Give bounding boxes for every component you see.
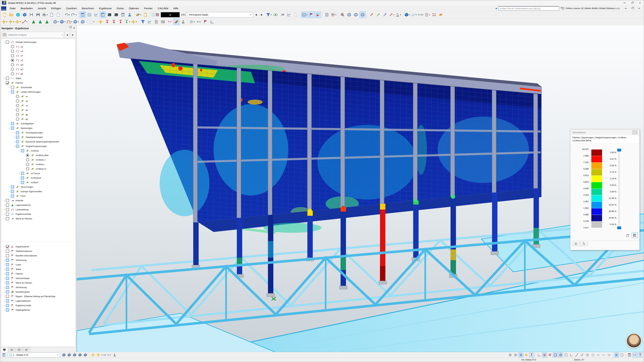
sections-button[interactable]: ▾ [424, 11, 430, 18]
checkbox[interactable] [21, 181, 24, 184]
checkbox[interactable] [6, 286, 9, 289]
view-x-button[interactable] [368, 11, 375, 18]
fea-render[interactable] [77, 25, 644, 352]
selection-box-button[interactable] [619, 353, 624, 358]
checkbox[interactable] [6, 263, 9, 266]
grid-points-button[interactable] [508, 353, 513, 358]
tree-item[interactable]: ›Hauptspannungen [1, 135, 75, 139]
load-wizard-button[interactable]: ▾ [131, 18, 137, 25]
tree-item[interactable]: ›Schnittgrößen [1, 121, 75, 126]
dlubal-center-button[interactable] [15, 11, 21, 18]
tree-item[interactable]: ›Verformung [1, 258, 75, 263]
expander-icon[interactable]: › [18, 149, 21, 152]
expander-icon[interactable]: › [8, 194, 11, 198]
previous-view-button[interactable] [78, 353, 82, 358]
tree-item[interactable]: ›Verzerrungen [1, 185, 75, 189]
previous-analysis-button[interactable]: ◀ [64, 32, 70, 38]
checkbox[interactable] [6, 199, 9, 202]
tree-item[interactable]: ›σv,Mises [1, 148, 75, 153]
tree-item[interactable]: φz [1, 117, 75, 121]
coordinate-system-select[interactable]: 1 - Global XYZ ▾ [8, 353, 60, 357]
checkbox[interactable] [11, 122, 14, 125]
save-button[interactable] [35, 11, 41, 18]
expander-icon[interactable]: › [2, 199, 6, 202]
tree-item[interactable]: ›σv,Rankine [1, 176, 75, 180]
tree-item[interactable]: φZ [1, 71, 75, 76]
checkbox[interactable] [11, 86, 14, 89]
red-marker-button[interactable] [632, 353, 637, 358]
mesh-display-button[interactable] [614, 353, 619, 358]
surface-view-button[interactable] [438, 11, 444, 18]
grid-settings-button[interactable] [513, 353, 518, 358]
view-minus-x-button[interactable]: ▾ [388, 11, 395, 18]
checkbox[interactable] [21, 176, 24, 179]
expander-icon[interactable]: › [2, 40, 6, 44]
tab-pointer[interactable] [580, 241, 588, 246]
expander-icon[interactable]: › [18, 176, 21, 180]
result-filter-button[interactable]: ▾ [266, 11, 272, 18]
perp-snap-button[interactable] [569, 353, 574, 358]
tree-item[interactable]: ›Rippen - Effektiver Beitrag auf Fläche/… [1, 294, 75, 299]
tree-item[interactable]: ›Ergebniswerte [1, 244, 75, 249]
menu-berechnen[interactable]: Berechnen [79, 5, 96, 11]
checkbox[interactable] [6, 308, 9, 312]
result-diagram-button[interactable] [146, 18, 153, 25]
view-custom-button[interactable]: ▾ [395, 11, 402, 18]
radio-button[interactable] [26, 163, 29, 166]
printout-report-button[interactable] [120, 11, 126, 18]
tree-item[interactable]: ›Kriterien [1, 198, 75, 203]
new-node-button[interactable]: ▾ [1, 18, 8, 25]
expander-icon[interactable]: › [2, 81, 6, 85]
show-results-button[interactable] [272, 11, 279, 18]
ellipse-snap-button[interactable] [590, 353, 595, 358]
grid-snap-button[interactable] [518, 353, 524, 358]
tree-item[interactable]: ›Stäbe [1, 76, 75, 81]
pin-tool-button[interactable] [638, 353, 643, 358]
expander-icon[interactable]: › [2, 308, 6, 312]
tree-item[interactable]: ›Flächen [1, 81, 75, 85]
checkbox[interactable] [16, 145, 19, 148]
line-grid-button[interactable]: ▾ [189, 18, 195, 25]
radio-button[interactable] [11, 54, 14, 57]
zoom-reset-button[interactable] [339, 11, 346, 18]
menu-bearbeiten[interactable]: Bearbeiten [18, 5, 36, 11]
checkbox[interactable] [11, 185, 14, 189]
dimensions-button[interactable]: ▾ [418, 11, 424, 18]
radio-button[interactable] [11, 45, 14, 48]
snap-points-button[interactable] [529, 353, 534, 358]
expander-icon[interactable]: › [2, 272, 6, 276]
checkbox[interactable] [6, 290, 9, 294]
clip-box-button[interactable] [83, 353, 88, 358]
radio-button[interactable] [11, 72, 14, 75]
layers-button[interactable] [627, 353, 632, 358]
recalculate-button[interactable]: ▾ [330, 11, 337, 18]
expander-icon[interactable]: › [2, 208, 6, 211]
radio-button[interactable] [11, 63, 14, 66]
support-chat-button[interactable] [126, 11, 133, 18]
menu-optionen[interactable]: Optionen [126, 5, 142, 11]
expander-icon[interactable]: › [2, 295, 6, 298]
tree-item[interactable]: ›Linien [1, 263, 75, 267]
solid-visibility-button[interactable] [360, 11, 366, 18]
open-model-button[interactable] [8, 11, 14, 18]
new-solid-button[interactable]: ▾ [73, 18, 79, 25]
tree-item[interactable]: ›Lokale Verformungen [1, 90, 75, 94]
surface-results-button[interactable]: ▾ [135, 11, 142, 18]
tree-item[interactable]: ›Darstellungsart [1, 290, 75, 294]
checkbox[interactable] [6, 272, 9, 275]
doc-restore-button[interactable] [629, 6, 636, 11]
nodal-support-button[interactable] [30, 18, 37, 25]
checkbox[interactable] [6, 81, 9, 84]
tables-toggle-button[interactable] [86, 11, 92, 18]
expander-icon[interactable]: › [8, 122, 11, 125]
checkbox[interactable] [6, 304, 9, 307]
walk-mode-button[interactable] [112, 353, 117, 358]
radio-button[interactable] [26, 158, 29, 161]
new-opening-button[interactable]: ▾ [66, 18, 72, 25]
line-snap-button[interactable] [574, 353, 579, 358]
clamp-tool-button[interactable] [153, 18, 160, 25]
tree-item[interactable]: σv,Mises,+ [1, 158, 75, 162]
checkbox[interactable] [11, 126, 14, 130]
checkbox[interactable] [11, 90, 14, 93]
previous-load-case-button[interactable]: ◀ [254, 12, 259, 17]
